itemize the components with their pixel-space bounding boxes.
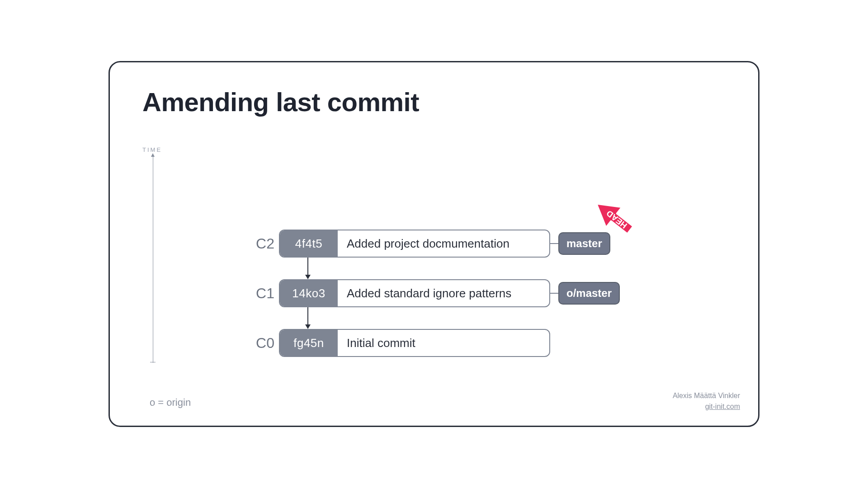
parent-arrow-head	[305, 324, 311, 329]
parent-arrow-shaft	[307, 307, 308, 325]
commit-pill: 4f4t5 Added project docmumentation	[279, 230, 550, 258]
slide-title: Amending last commit	[142, 87, 419, 117]
commit-message: Initial commit	[338, 330, 549, 356]
head-pointer-label: HEAD	[604, 209, 629, 231]
commit-message: Added standard ignore patterns	[338, 280, 549, 306]
author-site: git-init.com	[673, 401, 740, 412]
commit-label: C0	[241, 335, 274, 352]
time-axis-line	[153, 156, 153, 363]
commit-hash: 14ko3	[280, 280, 338, 306]
commit-row: C0 fg45n Initial commit	[241, 329, 550, 357]
author-name: Alexis Määttä Vinkler	[673, 390, 740, 401]
parent-arrow-shaft	[307, 258, 308, 276]
commit-pill: 14ko3 Added standard ignore patterns	[279, 279, 550, 307]
commit-hash: fg45n	[280, 330, 338, 356]
branch-connector	[550, 293, 558, 294]
time-axis-base	[150, 362, 156, 362]
commit-pill: fg45n Initial commit	[279, 329, 550, 357]
branch-badge-master: master	[558, 232, 610, 255]
legend-text: o = origin	[150, 397, 191, 408]
commit-label: C2	[241, 235, 274, 252]
branch-badge-origin-master: o/master	[558, 282, 620, 305]
branch-connector	[550, 243, 558, 244]
commit-message: Added project docmumentation	[338, 230, 549, 257]
commit-row: C2 4f4t5 Added project docmumentation ma…	[241, 230, 610, 258]
commit-label: C1	[241, 285, 274, 302]
time-axis-label: TIME	[142, 146, 162, 153]
credits: Alexis Määttä Vinkler git-init.com	[673, 390, 740, 412]
parent-arrow-head	[305, 275, 311, 279]
commit-hash: 4f4t5	[280, 230, 338, 257]
commit-row: C1 14ko3 Added standard ignore patterns …	[241, 279, 620, 307]
slide-frame: Amending last commit TIME C2 4f4t5 Added…	[108, 61, 760, 427]
